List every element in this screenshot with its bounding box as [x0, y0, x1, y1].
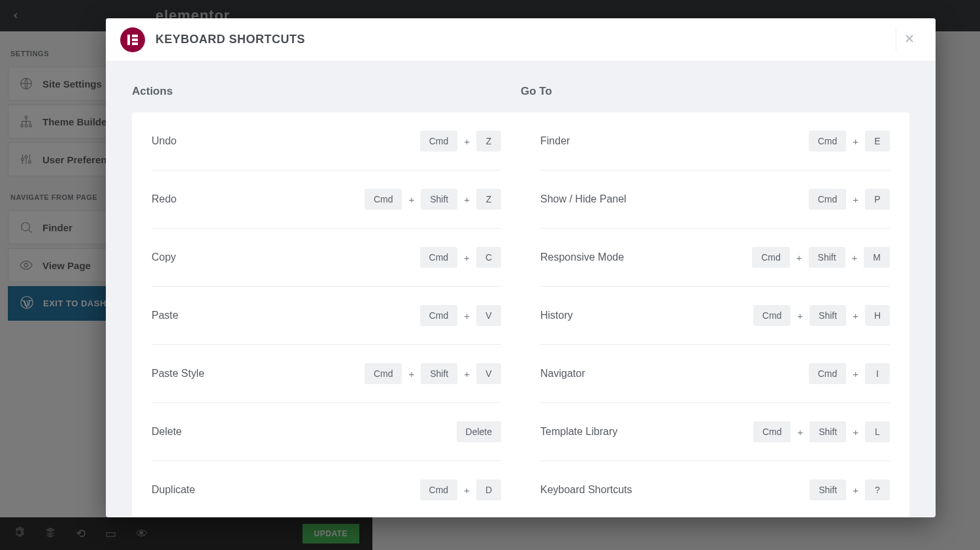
keyboard-key: C: [476, 247, 501, 268]
key-separator: +: [464, 252, 470, 263]
shortcut-keys: Cmd+I: [809, 363, 890, 384]
shortcut-keys: Delete: [457, 421, 501, 442]
shortcut-keys: Cmd+Shift+M: [752, 247, 890, 268]
shortcut-row: RedoCmd+Shift+Z: [152, 170, 501, 229]
keyboard-shortcuts-modal: KEYBOARD SHORTCUTS Actions Go To UndoCmd…: [106, 18, 936, 517]
shortcut-label: Duplicate: [152, 484, 195, 496]
shortcut-row: Responsive ModeCmd+Shift+M: [540, 229, 890, 287]
shortcut-label: Show / Hide Panel: [540, 193, 627, 205]
keyboard-key: Delete: [457, 421, 501, 442]
key-separator: +: [797, 427, 803, 438]
shortcut-keys: Cmd+Shift+H: [753, 305, 890, 326]
keyboard-key: Shift: [809, 247, 845, 268]
shortcut-row: PasteCmd+V: [152, 287, 501, 345]
shortcut-label: Paste Style: [152, 368, 204, 380]
keyboard-key: P: [865, 189, 890, 210]
keyboard-key: Shift: [809, 421, 846, 442]
key-separator: +: [853, 427, 858, 438]
keyboard-key: Cmd: [753, 305, 791, 326]
keyboard-key: Cmd: [752, 247, 790, 268]
keyboard-key: E: [865, 131, 890, 152]
shortcut-row: Show / Hide PanelCmd+P: [540, 170, 890, 229]
shortcut-label: Copy: [152, 251, 176, 263]
shortcut-label: Redo: [152, 193, 176, 205]
key-separator: +: [464, 310, 470, 321]
shortcut-keys: Cmd+Shift+V: [365, 363, 501, 384]
keyboard-key: M: [864, 247, 890, 268]
shortcut-row: Paste StyleCmd+Shift+V: [152, 345, 501, 403]
keyboard-key: Cmd: [809, 363, 847, 384]
keyboard-key: Cmd: [365, 189, 402, 210]
keyboard-key: V: [476, 363, 501, 384]
keyboard-key: I: [865, 363, 890, 384]
shortcut-row: HistoryCmd+Shift+H: [540, 287, 890, 345]
keyboard-key: Cmd: [420, 479, 458, 500]
key-separator: +: [464, 194, 470, 205]
shortcut-row: Template LibraryCmd+Shift+L: [540, 403, 890, 461]
keyboard-key: Cmd: [420, 131, 458, 152]
key-separator: +: [852, 252, 858, 263]
shortcut-label: History: [540, 310, 573, 321]
shortcut-label: Responsive Mode: [540, 251, 624, 263]
shortcut-row: DuplicateCmd+D: [152, 461, 501, 517]
keyboard-key: Shift: [421, 189, 457, 210]
keyboard-key: Shift: [421, 363, 457, 384]
shortcut-row: Keyboard ShortcutsShift+?: [540, 461, 890, 517]
shortcut-row: UndoCmd+Z: [152, 112, 501, 170]
keyboard-key: V: [476, 305, 501, 326]
key-separator: +: [853, 136, 858, 147]
shortcuts-table: UndoCmd+ZRedoCmd+Shift+ZCopyCmd+CPasteCm…: [132, 112, 909, 517]
shortcut-keys: Cmd+Z: [420, 131, 501, 152]
key-separator: +: [464, 485, 470, 496]
modal-body: Actions Go To UndoCmd+ZRedoCmd+Shift+ZCo…: [106, 61, 936, 517]
key-separator: +: [797, 310, 803, 321]
key-separator: +: [853, 194, 858, 205]
keyboard-key: Cmd: [420, 305, 458, 326]
shortcut-keys: Cmd+Shift+Z: [365, 189, 501, 210]
shortcut-keys: Cmd+P: [809, 189, 890, 210]
shortcut-row: NavigatorCmd+I: [540, 345, 890, 403]
shortcut-row: DeleteDelete: [152, 403, 501, 461]
shortcut-keys: Cmd+E: [809, 131, 890, 152]
keyboard-key: Cmd: [809, 131, 847, 152]
shortcut-keys: Cmd+Shift+L: [753, 421, 890, 442]
keyboard-key: Cmd: [753, 421, 791, 442]
column-header-goto: Go To: [521, 85, 552, 97]
keyboard-key: Z: [476, 131, 501, 152]
key-separator: +: [408, 368, 414, 380]
shortcut-label: Delete: [152, 426, 182, 438]
shortcut-label: Undo: [152, 135, 176, 147]
shortcut-label: Keyboard Shortcuts: [540, 484, 632, 496]
shortcut-keys: Cmd+V: [420, 305, 501, 326]
shortcut-label: Template Library: [540, 426, 617, 438]
shortcut-row: CopyCmd+C: [152, 229, 501, 287]
shortcut-label: Finder: [540, 135, 570, 147]
keyboard-key: Shift: [809, 305, 846, 326]
key-separator: +: [464, 136, 470, 147]
key-separator: +: [853, 485, 858, 496]
shortcut-label: Navigator: [540, 368, 585, 380]
key-separator: +: [464, 368, 470, 380]
modal-header: KEYBOARD SHORTCUTS: [106, 18, 936, 61]
keyboard-key: Cmd: [420, 247, 458, 268]
shortcut-keys: Shift+?: [809, 479, 890, 500]
keyboard-key: Cmd: [365, 363, 402, 384]
shortcut-row: FinderCmd+E: [540, 112, 890, 170]
keyboard-key: Cmd: [809, 189, 847, 210]
keyboard-key: ?: [865, 479, 890, 500]
key-separator: +: [853, 368, 858, 380]
modal-title: KEYBOARD SHORTCUTS: [155, 33, 305, 46]
keyboard-key: H: [865, 305, 890, 326]
shortcut-label: Paste: [152, 310, 178, 321]
key-separator: +: [853, 310, 858, 321]
keyboard-key: L: [865, 421, 890, 442]
keyboard-key: Shift: [809, 479, 846, 500]
keyboard-key: Z: [476, 189, 501, 210]
key-separator: +: [408, 194, 414, 205]
close-icon[interactable]: [896, 28, 923, 52]
column-header-actions: Actions: [132, 85, 172, 97]
keyboard-key: D: [476, 479, 501, 500]
shortcut-keys: Cmd+D: [420, 479, 501, 500]
shortcut-keys: Cmd+C: [420, 247, 501, 268]
elementor-logo-icon: [120, 27, 145, 52]
